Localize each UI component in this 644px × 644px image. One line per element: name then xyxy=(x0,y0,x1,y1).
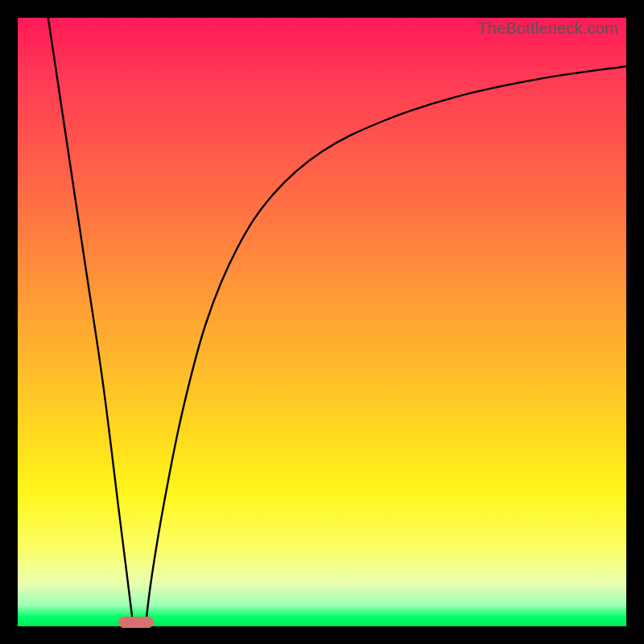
plot-area: TheBottleneck.com xyxy=(18,18,626,626)
threshold-marker xyxy=(118,617,154,628)
bottleneck-curve xyxy=(18,18,626,626)
chart-frame: TheBottleneck.com xyxy=(0,0,644,644)
curve-left-path xyxy=(48,18,134,626)
curve-right-path xyxy=(146,67,626,627)
